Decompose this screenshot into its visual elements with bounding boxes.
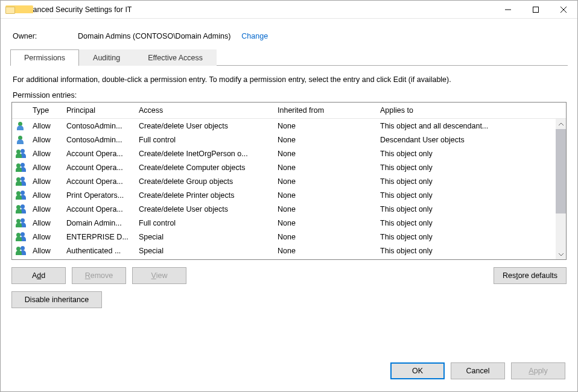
cell-applies: This object and all descendant... bbox=[375, 122, 566, 130]
cell-applies: This object only bbox=[375, 191, 566, 200]
folder-icon bbox=[5, 5, 15, 14]
users-icon bbox=[16, 246, 27, 256]
minimize-button[interactable] bbox=[494, 1, 522, 19]
info-text: For additional information, double-click… bbox=[10, 66, 568, 91]
cell-type: Allow bbox=[28, 233, 62, 241]
users-icon bbox=[16, 204, 27, 214]
disable-inheritance-button[interactable]: Disable inheritance bbox=[11, 291, 102, 308]
cell-applies: This object only bbox=[375, 233, 566, 241]
table-row[interactable]: AllowAccount Opera...Create/delete Group… bbox=[12, 174, 566, 188]
cell-inherited: None bbox=[273, 247, 375, 255]
entries-label: Permission entries: bbox=[10, 91, 568, 102]
cell-applies: This object only bbox=[375, 163, 566, 172]
table-row[interactable]: AllowContosoAdmin...Full controlNoneDesc… bbox=[12, 133, 566, 147]
cancel-button[interactable]: Cancel bbox=[451, 362, 505, 379]
col-principal[interactable]: Principal bbox=[62, 103, 134, 118]
users-icon bbox=[16, 177, 27, 186]
col-access[interactable]: Access bbox=[134, 103, 273, 118]
cell-applies: This object only bbox=[375, 205, 566, 213]
titlebar: Advanced Security Settings for IT bbox=[1, 1, 577, 19]
content-area: Owner: Domain Admins (CONTOSO\Domain Adm… bbox=[1, 19, 577, 391]
cell-applies: This object only bbox=[375, 247, 566, 255]
cell-inherited: None bbox=[273, 150, 375, 158]
col-type[interactable]: Type bbox=[28, 103, 62, 118]
tab-effective-access[interactable]: Effective Access bbox=[134, 49, 217, 66]
cell-applies: This object only bbox=[375, 177, 566, 186]
users-icon bbox=[16, 163, 27, 172]
entry-buttons-row: Add Remove View Restore defaults bbox=[10, 260, 568, 284]
add-button[interactable]: Add bbox=[11, 267, 66, 284]
svg-rect-1 bbox=[533, 7, 539, 12]
cell-access: Special bbox=[134, 233, 273, 241]
col-inherited[interactable]: Inherited from bbox=[273, 103, 375, 118]
maximize-button[interactable] bbox=[522, 1, 550, 19]
cell-principal: ENTERPRISE D... bbox=[62, 233, 134, 241]
cell-inherited: None bbox=[273, 205, 375, 213]
cell-type: Allow bbox=[28, 219, 62, 227]
scroll-down-arrow[interactable] bbox=[556, 249, 566, 259]
cell-principal: Account Opera... bbox=[62, 150, 134, 158]
users-icon bbox=[16, 218, 27, 228]
table-header: Type Principal Access Inherited from App… bbox=[12, 103, 566, 119]
scroll-thumb[interactable] bbox=[556, 129, 566, 213]
restore-defaults-button[interactable]: Restore defaults bbox=[494, 267, 567, 284]
cell-access: Create/delete User objects bbox=[134, 205, 273, 213]
table-row[interactable]: AllowDomain Admin...Full controlNoneThis… bbox=[12, 216, 566, 230]
table-row[interactable]: AllowENTERPRISE D...SpecialNoneThis obje… bbox=[12, 230, 566, 244]
table-row[interactable]: AllowAccount Opera...Create/delete Compu… bbox=[12, 160, 566, 174]
cell-inherited: None bbox=[273, 219, 375, 227]
table-row[interactable]: AllowPrint Operators...Create/delete Pri… bbox=[12, 188, 566, 202]
cell-applies: Descendant User objects bbox=[375, 136, 566, 144]
cell-inherited: None bbox=[273, 233, 375, 241]
close-button[interactable] bbox=[550, 1, 577, 19]
cell-access: Create/delete InetOrgPerson o... bbox=[134, 150, 273, 158]
cell-principal: Print Operators... bbox=[62, 191, 134, 200]
users-icon bbox=[16, 149, 27, 159]
change-owner-link[interactable]: Change bbox=[241, 32, 268, 40]
cell-inherited: None bbox=[273, 177, 375, 186]
cell-type: Allow bbox=[28, 150, 62, 158]
col-applies[interactable]: Applies to bbox=[375, 103, 566, 118]
tab-auditing[interactable]: Auditing bbox=[79, 49, 134, 66]
cell-access: Full control bbox=[134, 136, 273, 144]
cell-type: Allow bbox=[28, 177, 62, 186]
table-row[interactable]: AllowAuthenticated ...SpecialNoneThis ob… bbox=[12, 244, 566, 258]
cell-access: Create/delete Printer objects bbox=[134, 191, 273, 200]
cell-applies: This object only bbox=[375, 150, 566, 158]
cell-type: Allow bbox=[28, 163, 62, 172]
cell-inherited: None bbox=[273, 191, 375, 200]
cell-access: Create/delete Group objects bbox=[134, 177, 273, 186]
table-row[interactable]: AllowAccount Opera...Create/delete User … bbox=[12, 202, 566, 216]
view-button[interactable]: View bbox=[132, 267, 186, 284]
person-icon bbox=[16, 135, 25, 145]
tab-permissions[interactable]: Permissions bbox=[10, 49, 79, 66]
cell-principal: Authenticated ... bbox=[62, 247, 134, 255]
table-row[interactable]: AllowAccount Opera...Create/delete InetO… bbox=[12, 147, 566, 160]
scroll-up-arrow[interactable] bbox=[556, 119, 566, 129]
person-icon bbox=[16, 121, 25, 131]
cell-principal: Account Opera... bbox=[62, 177, 134, 186]
cell-inherited: None bbox=[273, 122, 375, 130]
scroll-track[interactable] bbox=[556, 129, 566, 249]
remove-button[interactable]: Remove bbox=[72, 267, 126, 284]
cell-principal: ContosoAdmin... bbox=[62, 122, 134, 130]
owner-row: Owner: Domain Admins (CONTOSO\Domain Adm… bbox=[10, 30, 568, 49]
cell-type: Allow bbox=[28, 205, 62, 213]
col-icon[interactable] bbox=[12, 103, 28, 118]
cell-principal: Account Opera... bbox=[62, 205, 134, 213]
apply-button[interactable]: Apply bbox=[511, 362, 565, 379]
vertical-scrollbar[interactable] bbox=[556, 119, 566, 259]
cell-type: Allow bbox=[28, 122, 62, 130]
ok-button[interactable]: OK bbox=[390, 362, 445, 379]
tabs-strip: Permissions Auditing Effective Access bbox=[10, 49, 568, 66]
table-row[interactable]: AllowContosoAdmin...Create/delete User o… bbox=[12, 119, 566, 133]
cell-type: Allow bbox=[28, 191, 62, 200]
security-settings-window: Advanced Security Settings for IT Owner:… bbox=[0, 0, 578, 392]
owner-label: Owner: bbox=[13, 32, 78, 40]
cell-access: Create/delete User objects bbox=[134, 122, 273, 130]
cell-access: Create/delete Computer objects bbox=[134, 163, 273, 172]
dialog-footer: OK Cancel Apply bbox=[10, 354, 568, 382]
permissions-table: Type Principal Access Inherited from App… bbox=[11, 102, 567, 260]
users-icon bbox=[16, 232, 27, 242]
cell-type: Allow bbox=[28, 247, 62, 255]
